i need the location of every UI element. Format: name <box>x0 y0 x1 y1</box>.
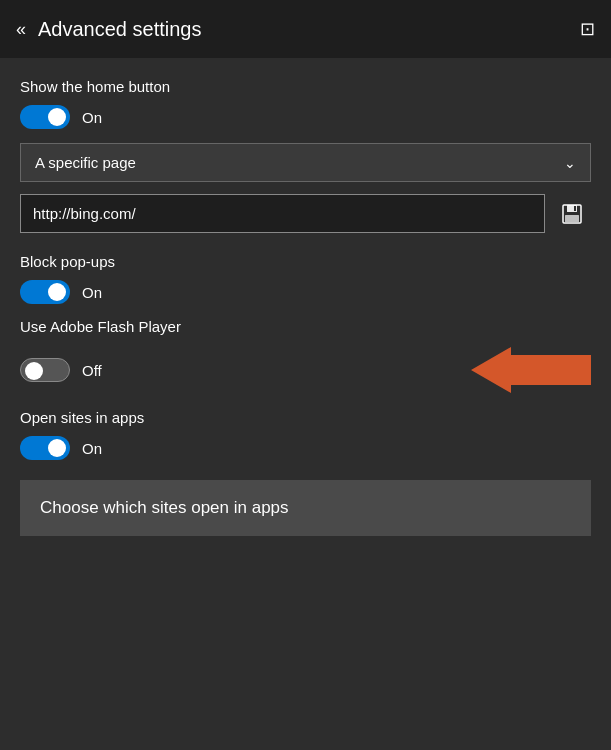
block-popups-toggle[interactable] <box>20 280 70 304</box>
home-button-section: Show the home button On A specific page … <box>20 78 591 233</box>
url-input-row <box>20 194 591 233</box>
open-sites-toggle[interactable] <box>20 436 70 460</box>
block-popups-label: Block pop-ups <box>20 253 591 270</box>
home-button-toggle[interactable] <box>20 105 70 129</box>
pin-icon[interactable]: ⊡ <box>580 18 595 40</box>
adobe-flash-toggle-thumb <box>25 362 43 380</box>
open-sites-label: Open sites in apps <box>20 409 591 426</box>
dropdown-selected: A specific page <box>35 154 136 171</box>
choose-sites-button[interactable]: Choose which sites open in apps <box>20 480 591 536</box>
page-title: Advanced settings <box>38 18 201 41</box>
adobe-flash-section: Use Adobe Flash Player Off <box>20 318 591 395</box>
home-button-label: Show the home button <box>20 78 591 95</box>
header-left: « Advanced settings <box>16 18 201 41</box>
block-popups-section: Block pop-ups On <box>20 253 591 304</box>
arrow-annotation <box>471 345 591 395</box>
home-button-toggle-row: On <box>20 105 591 129</box>
adobe-flash-status: Off <box>82 362 102 379</box>
floppy-disk-icon <box>561 203 583 225</box>
page-dropdown[interactable]: A specific page ⌄ <box>20 143 591 182</box>
block-popups-toggle-row: On <box>20 280 591 304</box>
save-button[interactable] <box>553 195 591 233</box>
open-sites-section: Open sites in apps On Choose which sites… <box>20 409 591 536</box>
content-area: Show the home button On A specific page … <box>0 58 611 562</box>
adobe-flash-row: Off <box>20 345 591 395</box>
left-arrow-icon <box>471 345 591 395</box>
svg-marker-4 <box>471 347 591 393</box>
chevron-down-icon: ⌄ <box>564 155 576 171</box>
home-button-toggle-thumb <box>48 108 66 126</box>
open-sites-status: On <box>82 440 102 457</box>
adobe-flash-toggle[interactable] <box>20 358 70 382</box>
adobe-flash-toggle-row: Off <box>20 358 102 382</box>
block-popups-status: On <box>82 284 102 301</box>
open-sites-toggle-thumb <box>48 439 66 457</box>
svg-rect-3 <box>574 206 576 211</box>
open-sites-toggle-row: On <box>20 436 591 460</box>
home-button-status: On <box>82 109 102 126</box>
block-popups-toggle-thumb <box>48 283 66 301</box>
adobe-flash-label: Use Adobe Flash Player <box>20 318 591 335</box>
svg-rect-2 <box>565 215 579 222</box>
url-input[interactable] <box>20 194 545 233</box>
header: « Advanced settings ⊡ <box>0 0 611 58</box>
back-icon[interactable]: « <box>16 20 26 38</box>
